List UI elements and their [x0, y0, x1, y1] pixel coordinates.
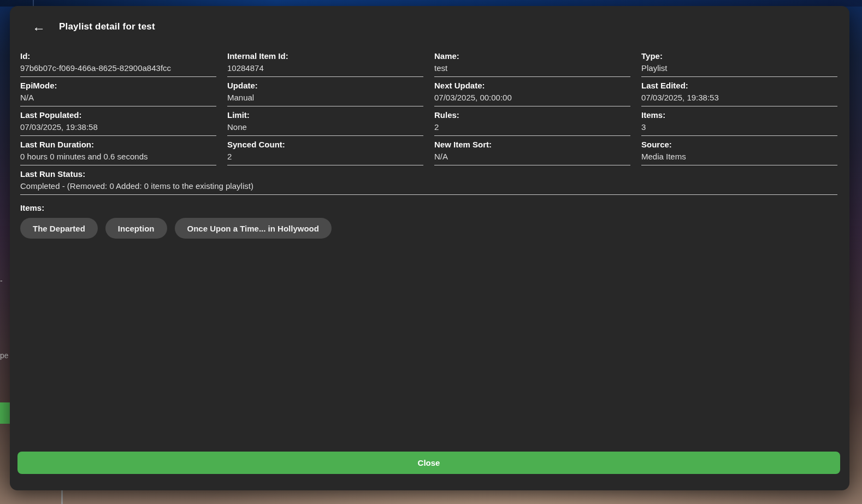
field-label: Items:: [641, 110, 837, 120]
field-next-update: Next Update: 07/03/2025, 00:00:00: [434, 80, 630, 106]
field-name: Name: test: [434, 51, 630, 77]
field-label: Id:: [20, 51, 216, 61]
field-value: Playlist: [641, 62, 837, 77]
field-label: Limit:: [227, 110, 423, 120]
field-label: Type:: [641, 51, 837, 61]
item-chips-row: The Departed Inception Once Upon a Time.…: [20, 218, 837, 239]
field-type: Type: Playlist: [641, 51, 837, 77]
field-label: Last Populated:: [20, 110, 216, 120]
dialog-header: ← Playlist detail for test: [10, 6, 849, 33]
item-chip[interactable]: The Departed: [20, 218, 98, 239]
playlist-detail-dialog: ← Playlist detail for test Id: 97b6b07c-…: [10, 6, 849, 490]
background-partial-text: -: [0, 276, 9, 285]
dialog-title: Playlist detail for test: [59, 21, 155, 32]
field-last-populated: Last Populated: 07/03/2025, 19:38:58: [20, 110, 216, 136]
field-value: 97b6b07c-f069-466a-8625-82900a843fcc: [20, 62, 216, 77]
field-label: Source:: [641, 139, 837, 150]
field-value: Media Items: [641, 151, 837, 165]
field-id: Id: 97b6b07c-f069-466a-8625-82900a843fcc: [20, 51, 216, 77]
background-window-border: [61, 490, 63, 504]
field-label: EpiMode:: [20, 80, 216, 91]
field-update: Update: Manual: [227, 80, 423, 106]
back-arrow-icon[interactable]: ←: [32, 21, 45, 33]
items-section-label: Items:: [20, 203, 837, 213]
field-value: 0 hours 0 minutes and 0.6 seconds: [20, 151, 216, 165]
item-chip[interactable]: Inception: [105, 218, 167, 239]
field-last-run-status: Last Run Status: Completed - (Removed: 0…: [20, 169, 837, 195]
field-label: Name:: [434, 51, 630, 61]
field-value: N/A: [434, 151, 630, 165]
field-value: 2: [434, 121, 630, 136]
detail-fields-grid: Id: 97b6b07c-f069-466a-8625-82900a843fcc…: [20, 51, 837, 198]
field-label: Rules:: [434, 110, 630, 120]
field-value: 10284874: [227, 62, 423, 77]
close-button[interactable]: Close: [17, 452, 840, 474]
field-value: 07/03/2025, 19:38:53: [641, 92, 837, 106]
field-value: test: [434, 62, 630, 77]
field-value: Completed - (Removed: 0 Added: 0 items t…: [20, 180, 837, 195]
field-new-item-sort: New Item Sort: N/A: [434, 139, 630, 165]
field-rules: Rules: 2: [434, 110, 630, 136]
field-label: Last Run Duration:: [20, 139, 216, 150]
field-value: None: [227, 121, 423, 136]
field-last-edited: Last Edited: 07/03/2025, 19:38:53: [641, 80, 837, 106]
items-section: Items: The Departed Inception Once Upon …: [20, 203, 837, 239]
field-label: Last Edited:: [641, 80, 837, 91]
item-chip[interactable]: Once Upon a Time... in Hollywood: [175, 218, 332, 239]
field-value: 3: [641, 121, 837, 136]
field-value: Manual: [227, 92, 423, 106]
field-value: 2: [227, 151, 423, 165]
field-label: Synced Count:: [227, 139, 423, 150]
field-internal-item-id: Internal Item Id: 10284874: [227, 51, 423, 77]
field-limit: Limit: None: [227, 110, 423, 136]
field-value: 07/03/2025, 00:00:00: [434, 92, 630, 106]
field-source: Source: Media Items: [641, 139, 837, 165]
field-label: Update:: [227, 80, 423, 91]
field-label: Next Update:: [434, 80, 630, 91]
field-items-count: Items: 3: [641, 110, 837, 136]
field-synced-count: Synced Count: 2: [227, 139, 423, 165]
field-epimode: EpiMode: N/A: [20, 80, 216, 106]
field-label: New Item Sort:: [434, 139, 630, 150]
field-last-run-duration: Last Run Duration: 0 hours 0 minutes and…: [20, 139, 216, 165]
field-value: N/A: [20, 92, 216, 106]
field-value: 07/03/2025, 19:38:58: [20, 121, 216, 136]
background-partial-text: pe: [0, 351, 9, 360]
background-green-button-sliver: [0, 402, 10, 424]
field-label: Internal Item Id:: [227, 51, 423, 61]
field-label: Last Run Status:: [20, 169, 837, 179]
